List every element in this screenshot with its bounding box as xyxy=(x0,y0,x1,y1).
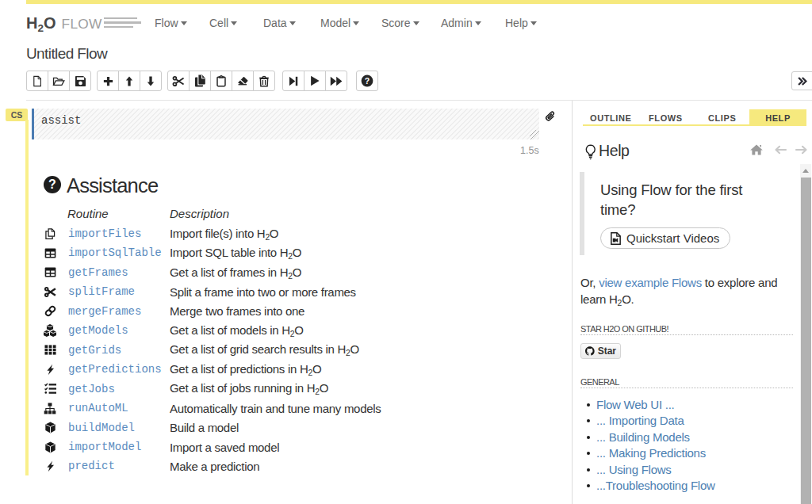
svg-text:?: ? xyxy=(365,76,370,86)
